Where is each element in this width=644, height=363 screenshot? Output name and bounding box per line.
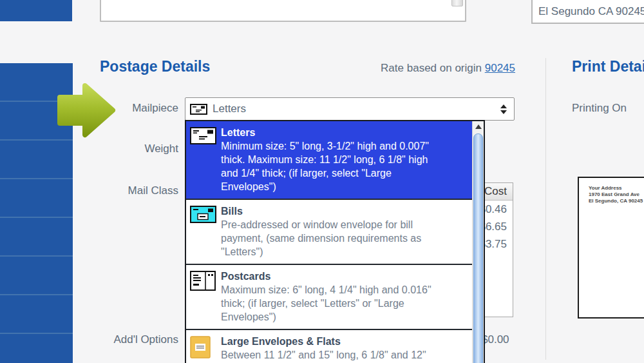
print-details-title: Print Details (572, 58, 644, 75)
scroll-up-arrow-icon[interactable] (473, 121, 484, 132)
option-title: Postcards (221, 270, 445, 283)
origin-zip-link[interactable]: 90245 (485, 62, 515, 74)
mailpiece-select-value: Letters (213, 103, 246, 115)
callout-arrow-icon (55, 80, 117, 141)
dropdown-option-letters[interactable]: Letters Minimum size: 5" long, 3-1/2" hi… (186, 121, 473, 200)
section-divider (545, 58, 546, 360)
addl-options-label: Add'l Options (113, 333, 178, 346)
large-envelope-icon (190, 335, 221, 363)
mailpiece-select[interactable]: Letters (185, 97, 515, 121)
option-description: Pre-addressed or window envelope for bil… (221, 218, 445, 259)
mailpiece-dropdown: Letters Minimum size: 5" long, 3-1/2" hi… (185, 120, 485, 363)
return-address-line: 1970 East Grand Ave (589, 191, 643, 198)
return-address: Your Address 1970 East Grand Ave El Segu… (589, 185, 643, 204)
option-title: Large Envelopes & Flats (221, 335, 445, 348)
option-title: Letters (221, 126, 445, 139)
mail-class-label: Mail Class (128, 184, 178, 197)
option-title: Bills (221, 204, 445, 218)
sidebar-item[interactable] (0, 179, 73, 218)
envelope-preview: Your Address 1970 East Grand Ave El Segu… (578, 177, 644, 319)
addl-options-value: $0.00 (482, 333, 509, 346)
rate-note-text: Rate based on origin (381, 62, 482, 74)
option-description: Between 11 1/2" and 15" long, 6 1/8" and… (221, 348, 445, 363)
mailpiece-label: Mailpiece (132, 102, 178, 115)
dropdown-scrollbar-thumb[interactable] (473, 133, 483, 363)
address-textarea[interactable] (100, 0, 466, 22)
sidebar-item[interactable] (0, 295, 73, 334)
sidebar-item[interactable] (0, 257, 73, 295)
weight-label: Weight (144, 142, 178, 155)
option-description: Maximum size: 6" long, 4 1/4" high and 0… (221, 283, 445, 324)
sidebar-top-block (0, 0, 72, 21)
return-address-line: Your Address (589, 185, 643, 191)
dropdown-option-large-envelopes[interactable]: Large Envelopes & Flats Between 11 1/2" … (186, 330, 473, 363)
bill-envelope-icon (190, 204, 221, 259)
sidebar-item[interactable] (0, 218, 73, 257)
postage-details-title: Postage Details (100, 58, 210, 75)
letter-envelope-icon (190, 126, 221, 193)
return-address-line: El Segundo, CA 90245 (589, 198, 643, 204)
letter-envelope-icon (190, 104, 207, 115)
postcard-icon (190, 270, 221, 324)
dropdown-option-postcards[interactable]: Postcards Maximum size: 6" long, 4 1/4" … (186, 265, 473, 330)
dropdown-option-bills[interactable]: Bills Pre-addressed or window envelope f… (186, 200, 473, 265)
mailpiece-dropdown-items: Letters Minimum size: 5" long, 3-1/2" hi… (186, 121, 473, 363)
sidebar-item[interactable] (0, 141, 73, 179)
textarea-scrollbar[interactable] (451, 0, 463, 6)
dropdown-scrollbar[interactable] (472, 121, 484, 363)
rate-note: Rate based on origin 90245 (381, 62, 515, 75)
option-description: Minimum size: 5" long, 3-1/2" high and 0… (221, 139, 445, 193)
select-spinner-icon (500, 104, 507, 114)
recipient-address-box[interactable]: El Segundo CA 90245 (531, 0, 644, 24)
sidebar-item[interactable] (0, 334, 73, 363)
recipient-address-text: El Segundo CA 90245 (538, 5, 644, 18)
printing-on-label: Printing On (572, 102, 627, 115)
app-window: El Segundo CA 90245 Postage Details Rate… (0, 0, 644, 363)
